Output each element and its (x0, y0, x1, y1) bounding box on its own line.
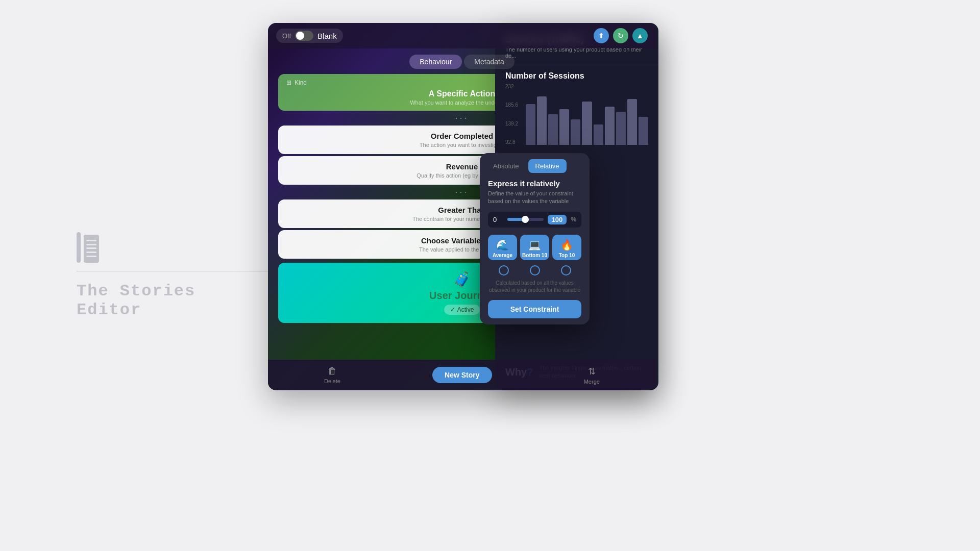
average-icon: 🌊 (496, 239, 509, 251)
journey-active-badge: ✓ Active (444, 305, 480, 315)
y-label-139: 139.2 (505, 121, 518, 127)
bar-4 (559, 109, 569, 145)
bar-9 (616, 112, 626, 145)
refresh-icon-btn[interactable]: ↻ (613, 28, 628, 43)
y-label-185: 185.6 (505, 102, 518, 108)
blank-label: Blank (317, 32, 337, 40)
icon-bar-thin (77, 232, 81, 263)
selection-row: 🌊 Average 💻 Bottom 10 🔥 Top 10 (488, 235, 581, 260)
tab-absolute[interactable]: Absolute (486, 159, 526, 173)
top10-icon: 🔥 (560, 239, 573, 251)
kind-icon: ⊞ (286, 79, 291, 86)
merge-icon: ⇅ (588, 366, 596, 377)
range-max-value: 100 (548, 215, 567, 224)
check-icon: ✓ (450, 306, 455, 313)
range-unit: % (571, 216, 576, 223)
top-icons: ⬆ ↻ ▲ (594, 28, 648, 43)
average-label: Average (493, 253, 512, 258)
upload-icon-btn[interactable]: ⬆ (594, 28, 609, 43)
y-label-92: 92.8 (505, 139, 518, 145)
tab-relative[interactable]: Relative (528, 159, 567, 173)
set-constraint-button[interactable]: Set Constraint (488, 300, 581, 318)
popup-body: Express it relatively Define the value o… (480, 173, 590, 324)
toggle-knob (296, 32, 304, 40)
merge-label: Merge (584, 379, 600, 385)
bottom10-icon: 💻 (528, 239, 541, 251)
bottom-bar: 🗑 Delete New Story ⇅ Merge (268, 360, 656, 390)
app-title: The Stories Editor (77, 282, 271, 319)
bar-11 (639, 117, 648, 145)
radio-row (488, 265, 581, 276)
range-bar[interactable] (507, 218, 544, 221)
chart-bars (526, 84, 648, 145)
bar-5 (571, 119, 580, 145)
range-container[interactable]: 0 100 % (488, 212, 581, 228)
top10-btn[interactable]: 🔥 Top 10 (552, 235, 581, 260)
tab-metadata[interactable]: Metadata (464, 55, 514, 69)
range-min-value: 0 (493, 216, 503, 223)
icon-bar-thick (84, 235, 99, 263)
toggle-group[interactable]: Off Blank (276, 29, 343, 43)
bottom10-btn[interactable]: 💻 Bottom 10 (520, 235, 549, 260)
bar-2 (537, 96, 547, 145)
range-thumb[interactable] (522, 216, 529, 223)
bar-1 (526, 104, 535, 145)
radio-average[interactable] (499, 265, 509, 276)
radio-top10[interactable] (561, 265, 571, 276)
up-icon-btn[interactable]: ▲ (632, 28, 648, 43)
express-desc: Define the value of your constraint base… (488, 190, 581, 206)
kind-badge-label: Kind (295, 79, 307, 86)
toggle-off-label: Off (282, 32, 291, 40)
tab-bar: Behaviour Metadata (268, 48, 656, 75)
y-label-232: 232 (505, 84, 518, 89)
left-panel: The Stories Editor (0, 0, 271, 551)
bar-10 (627, 99, 637, 145)
top-bar: Off Blank ⬆ ↻ ▲ (268, 23, 656, 48)
average-btn[interactable]: 🌊 Average (488, 235, 517, 260)
bar-7 (594, 124, 603, 145)
calc-note: Calculated based on all the values obser… (488, 280, 581, 294)
radio-bottom10[interactable] (530, 265, 540, 276)
delete-action[interactable]: 🗑 Delete (324, 366, 340, 384)
divider (77, 271, 271, 271)
express-title: Express it relatively (488, 179, 581, 188)
new-story-button[interactable]: New Story (432, 367, 492, 383)
journey-badge-label: Active (457, 306, 474, 313)
chart-y-labels: 232 185.6 139.2 92.8 (505, 84, 518, 145)
bar-8 (605, 107, 615, 145)
chart-area: 232 185.6 139.2 92.8 (495, 84, 658, 155)
trash-icon: 🗑 (328, 366, 337, 377)
delete-label: Delete (324, 378, 340, 384)
top10-label: Top 10 (559, 253, 575, 258)
constraint-popup: Absolute Relative Express it relatively … (480, 153, 590, 324)
popup-tabs: Absolute Relative (480, 153, 590, 173)
toggle-switch[interactable] (295, 31, 313, 41)
app-icon-group (77, 232, 99, 263)
tab-behaviour[interactable]: Behaviour (409, 55, 462, 69)
merge-action[interactable]: ⇅ Merge (584, 366, 600, 385)
bar-3 (548, 114, 558, 145)
bar-6 (582, 102, 592, 145)
bottom10-label: Bottom 10 (522, 253, 547, 258)
